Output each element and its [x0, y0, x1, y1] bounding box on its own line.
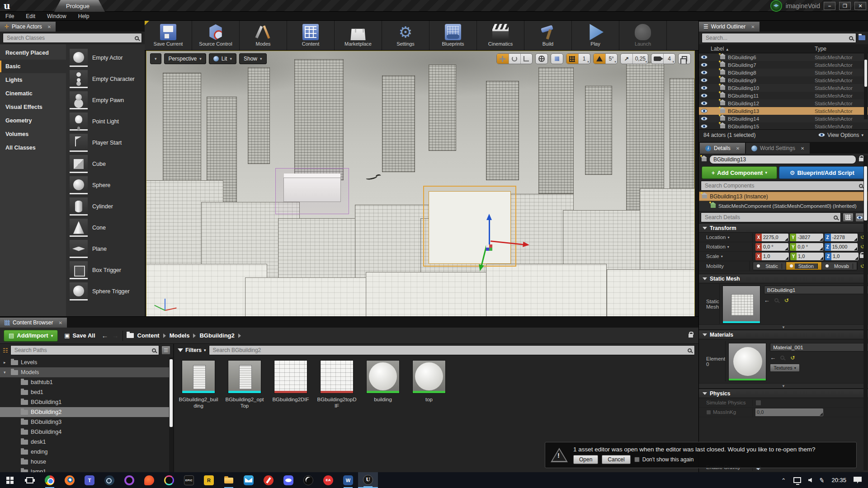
translate-tool-button[interactable] [497, 54, 509, 64]
reset-icon[interactable]: ↺ [789, 355, 796, 361]
place-actor-item[interactable]: Box Trigger [70, 259, 145, 281]
surface-snap-button[interactable] [551, 54, 563, 64]
folder-item[interactable]: BGbuilding1 [0, 397, 173, 407]
asset-tile[interactable]: BGbuilding2DIF [271, 360, 311, 403]
action-center-icon[interactable] [854, 477, 862, 483]
asset-tile[interactable]: BGbuilding2_building [179, 360, 218, 409]
grid-snap-toggle[interactable] [566, 54, 578, 64]
toolbar-button[interactable]: Source Control [195, 23, 236, 49]
toolbar-button[interactable]: Modes [242, 23, 284, 49]
tab-world-settings[interactable]: World Settings ✕ [746, 143, 810, 154]
rotation-x-field[interactable]: X0,0 ° [755, 243, 788, 251]
toolbar-button[interactable]: ⚙ Settings [385, 23, 426, 49]
visibility-eye-icon[interactable] [701, 124, 708, 128]
search-paths-input[interactable] [14, 347, 152, 354]
taskbar-app[interactable] [259, 472, 278, 488]
filters-button[interactable]: Filters ▾ [178, 347, 206, 353]
static-mesh-dropdown[interactable]: BGbuilding1▾ [764, 286, 868, 294]
task-view-button[interactable] [20, 472, 40, 488]
breadcrumb-item[interactable]: Content [137, 332, 160, 339]
visibility-eye-icon[interactable] [701, 109, 708, 113]
tray-expand-icon[interactable]: ⌃ [781, 477, 786, 484]
category-item[interactable]: Recently Placed [0, 46, 66, 60]
maximize-viewport-button[interactable] [679, 54, 690, 64]
toolbar-button[interactable]: Content [290, 23, 331, 49]
lock-icon[interactable] [859, 158, 863, 161]
menu-item[interactable]: Edit [26, 13, 35, 19]
scale-z-field[interactable]: Z1,0 [825, 253, 859, 260]
visibility-eye-icon[interactable] [701, 117, 708, 121]
location-z-field[interactable]: Z-2278 [825, 234, 858, 241]
taskbar-app[interactable] [159, 472, 179, 488]
gizmo-origin[interactable] [486, 244, 492, 251]
grid-snap-value[interactable]: 1▾ [578, 54, 590, 64]
mobility-option[interactable]: Static [753, 262, 786, 270]
static-mesh-thumbnail[interactable] [722, 286, 760, 324]
add-import-button[interactable]: ▤ Add/Import ▾ [4, 330, 58, 342]
category-item[interactable]: Basic [0, 60, 66, 73]
search-components-input[interactable] [704, 182, 859, 189]
user-avatar[interactable] [770, 0, 782, 12]
folder-item[interactable]: BGbuilding3 [0, 417, 173, 427]
search-classes-input[interactable] [6, 34, 135, 42]
rotation-snap-value[interactable]: 5°▾ [605, 54, 617, 64]
outliner-search-input[interactable] [705, 34, 849, 42]
rotation-z-field[interactable]: Z15,000 [825, 243, 858, 251]
search-assets-input[interactable] [212, 347, 688, 354]
textures-button[interactable]: Textures▾ [770, 364, 800, 372]
place-actor-item[interactable]: Sphere [70, 174, 145, 196]
location-x-field[interactable]: X2275,0 [755, 234, 788, 241]
taskbar-app[interactable]: EPIC [179, 472, 199, 488]
visibility-eye-icon[interactable] [701, 70, 708, 75]
camera-speed-button[interactable] [651, 54, 663, 64]
toolbar-button[interactable]: Play [575, 23, 616, 49]
level-viewport[interactable]: ▾ Perspective▾ Lit▾ Show▾ [146, 51, 695, 321]
toolbar-button[interactable]: Marketplace [337, 23, 379, 49]
location-y-field[interactable]: Y-3827 [790, 234, 823, 241]
gizmo-z-axis[interactable] [489, 219, 490, 247]
folder-item[interactable]: ending [0, 447, 173, 457]
category-item[interactable]: All Classes [0, 141, 66, 155]
asset-thumbnail[interactable] [274, 360, 307, 394]
category-item[interactable]: Lights [0, 73, 66, 87]
blueprint-add-script-button[interactable]: ⚙ Blueprint/Add Script [779, 166, 865, 179]
place-actor-item[interactable]: Player Start [70, 132, 145, 153]
outliner-row[interactable]: BGbuilding11 StaticMeshActor [699, 92, 868, 99]
reset-icon[interactable]: ↺ [783, 297, 790, 304]
search-details-input[interactable] [704, 214, 834, 221]
rotation-snap-toggle[interactable] [594, 54, 605, 64]
override-checkbox[interactable] [706, 410, 711, 415]
asset-thumbnail[interactable] [412, 360, 446, 394]
taskbar-app[interactable] [60, 472, 80, 488]
material-dropdown[interactable]: Material_001▾ [770, 343, 868, 352]
browse-icon[interactable] [774, 298, 778, 302]
use-selected-icon[interactable]: ← [770, 354, 776, 361]
label-column-header[interactable]: Label [711, 46, 724, 52]
close-icon[interactable]: ✕ [751, 24, 755, 29]
menu-item[interactable]: Help [78, 13, 90, 19]
back-arrow[interactable]: ← [102, 332, 108, 339]
advanced-expander[interactable]: ▼ [699, 325, 868, 330]
transform-gizmo[interactable] [481, 202, 530, 274]
close-icon[interactable]: ✕ [47, 24, 51, 29]
close-icon[interactable]: ✕ [736, 146, 740, 151]
folder-item[interactable]: BGbuilding2 [0, 407, 173, 417]
materials-section-header[interactable]: Materials [699, 330, 868, 339]
tab-content-browser[interactable]: Content Browser ✕ [0, 318, 67, 328]
close-icon[interactable]: ✕ [58, 320, 62, 325]
place-actor-item[interactable]: Empty Actor [70, 47, 145, 68]
lock-icon[interactable] [689, 334, 693, 338]
visibility-eye-icon[interactable] [701, 101, 708, 105]
place-actor-item[interactable]: Cube [70, 153, 145, 174]
taskbar-app[interactable] [40, 472, 60, 488]
folder-caret-icon[interactable]: ▸ [4, 360, 8, 365]
folder-caret-icon[interactable]: ▾ [4, 370, 8, 375]
folder-item[interactable]: ▸ Levels [0, 357, 173, 367]
visibility-eye-icon[interactable] [701, 78, 708, 82]
visibility-eye-icon[interactable] [701, 94, 708, 98]
dont-show-checkbox[interactable] [634, 457, 640, 462]
visibility-eye-icon[interactable] [701, 86, 708, 90]
world-local-toggle[interactable] [536, 54, 547, 64]
category-item[interactable]: Visual Effects [0, 100, 66, 114]
details-scrollbar[interactable] [863, 155, 868, 470]
